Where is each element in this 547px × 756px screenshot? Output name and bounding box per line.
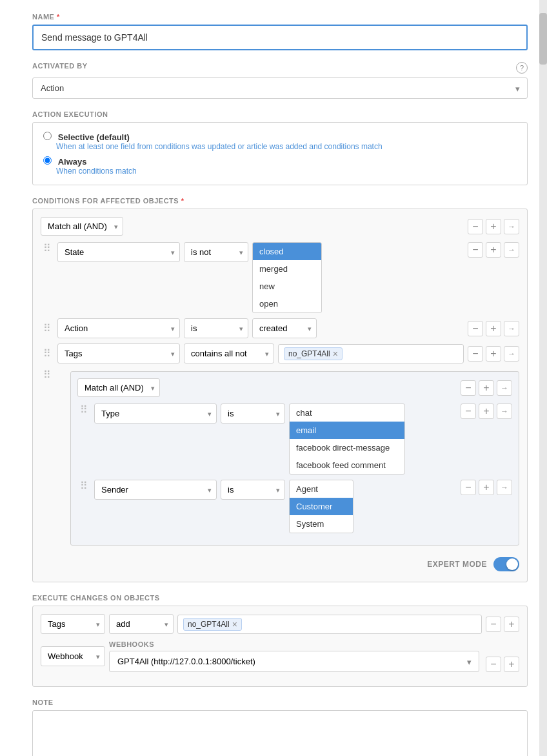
- action-arrow-btn[interactable]: →: [504, 321, 519, 336]
- webhook-minus-btn[interactable]: −: [486, 657, 501, 672]
- state-option-new[interactable]: new: [253, 278, 321, 295]
- exec-tag-label: no_GPT4All: [188, 620, 230, 629]
- webhook-plus-btn[interactable]: +: [504, 657, 519, 672]
- execute-label: EXECUTE CHANGES ON OBJECTS: [32, 594, 528, 602]
- action-minus-btn[interactable]: −: [468, 321, 483, 336]
- state-plus-btn[interactable]: +: [486, 242, 501, 258]
- match-all-arrow-btn[interactable]: →: [504, 219, 519, 234]
- help-icon[interactable]: ?: [516, 62, 528, 74]
- page-wrapper: NAME * ACTIVATED BY ? Action Time ACTION…: [0, 0, 547, 756]
- action-field-select[interactable]: Action: [57, 318, 180, 338]
- exec-action-select[interactable]: add: [109, 614, 174, 634]
- sender-dropdown-list: Agent Customer System: [289, 480, 353, 533]
- webhook-select-wrapper: GPT4All (http://127.0.0.1:8000/ticket): [109, 651, 479, 672]
- always-label[interactable]: Always: [58, 157, 87, 167]
- conditions-label: CONDITIONS FOR AFFECTED OBJECTS *: [32, 197, 528, 205]
- state-field-select[interactable]: State: [57, 242, 180, 262]
- type-arrow-btn[interactable]: →: [497, 404, 512, 419]
- state-arrow-btn[interactable]: →: [504, 242, 519, 258]
- sender-arrow-btn[interactable]: →: [497, 480, 512, 495]
- exec-tags-plus-btn[interactable]: +: [504, 617, 519, 632]
- tag-chip-no-gpt4all: no_GPT4All ×: [284, 347, 343, 360]
- exec-tags-minus-btn[interactable]: −: [486, 617, 501, 632]
- always-radio[interactable]: [43, 156, 52, 165]
- type-option-fb-feed[interactable]: facebook feed comment: [290, 456, 404, 474]
- sub-match-select[interactable]: Match all (AND): [77, 378, 160, 397]
- tags-minus-btn[interactable]: −: [468, 346, 483, 362]
- sub-drag-handle[interactable]: ⠿: [41, 369, 54, 381]
- selective-desc: When at least one field from conditions …: [56, 142, 517, 151]
- note-textarea[interactable]: [32, 710, 528, 756]
- type-plus-btn[interactable]: +: [479, 404, 494, 419]
- tags-arrow-btn[interactable]: →: [504, 346, 519, 362]
- type-option-email[interactable]: email: [290, 422, 404, 439]
- exec-tag-chip: no_GPT4All ×: [183, 618, 242, 631]
- match-all-plus-btn[interactable]: +: [486, 219, 501, 234]
- match-all-select[interactable]: Match all (AND) Match any (OR): [41, 217, 123, 236]
- state-drag-handle[interactable]: ⠿: [41, 242, 54, 254]
- sub-match-arrow-btn[interactable]: →: [497, 380, 512, 396]
- webhook-buttons: − +: [486, 657, 519, 672]
- tags-field-select[interactable]: Tags: [57, 343, 180, 363]
- sender-field-select[interactable]: Sender: [94, 480, 217, 500]
- type-option-chat[interactable]: chat: [290, 404, 404, 422]
- state-op-wrapper: is not is: [184, 242, 248, 262]
- sender-operator-select[interactable]: is: [221, 480, 285, 500]
- selective-radio[interactable]: [43, 132, 52, 140]
- action-plus-btn[interactable]: +: [486, 321, 501, 336]
- webhook-row-header: Webhook WEBHOOKS GPT4All (http://127.0.0…: [41, 640, 519, 672]
- sub-match-minus-btn[interactable]: −: [461, 380, 476, 396]
- action-execution-box: Selective (default) When at least one fi…: [32, 122, 528, 185]
- sub-match-row: ⠿ Match all (AND) − +: [41, 369, 519, 546]
- exec-type-select[interactable]: Tags: [41, 614, 105, 634]
- action-condition-row: ⠿ Action is created: [41, 318, 519, 338]
- match-all-minus-btn[interactable]: −: [468, 219, 483, 234]
- tag-chip-label: no_GPT4All: [288, 349, 330, 358]
- sender-option-customer[interactable]: Customer: [290, 498, 353, 515]
- sender-option-agent[interactable]: Agent: [290, 480, 353, 498]
- tags-field-wrapper: Tags: [57, 343, 180, 363]
- tags-condition-row: ⠿ Tags contains all not no_GPT4All ×: [41, 343, 519, 363]
- action-drag-handle[interactable]: ⠿: [41, 322, 54, 334]
- state-option-open[interactable]: open: [253, 295, 321, 312]
- webhooks-label: WEBHOOKS: [109, 640, 479, 648]
- selective-label[interactable]: Selective (default): [58, 132, 130, 142]
- sender-plus-btn[interactable]: +: [479, 480, 494, 495]
- activated-by-select[interactable]: Action Time: [32, 77, 528, 99]
- webhook-type-select[interactable]: Webhook: [41, 646, 105, 666]
- name-input[interactable]: [32, 25, 528, 50]
- exec-tags-input[interactable]: no_GPT4All ×: [177, 615, 482, 634]
- sender-option-system[interactable]: System: [290, 515, 353, 533]
- match-all-select-wrapper: Match all (AND) Match any (OR): [41, 217, 123, 236]
- action-operator-select[interactable]: is: [184, 318, 248, 338]
- tags-drag-handle[interactable]: ⠿: [41, 347, 54, 360]
- sender-minus-btn[interactable]: −: [461, 480, 476, 495]
- state-minus-btn[interactable]: −: [468, 242, 483, 258]
- type-option-fb-dm[interactable]: facebook direct-message: [290, 439, 404, 456]
- type-drag-handle[interactable]: ⠿: [77, 404, 90, 416]
- type-minus-btn[interactable]: −: [461, 404, 476, 419]
- sub-match-plus-btn[interactable]: +: [479, 380, 494, 396]
- webhook-select[interactable]: GPT4All (http://127.0.0.1:8000/ticket): [109, 651, 479, 672]
- activated-by-section: ACTIVATED BY ? Action Time: [32, 62, 528, 99]
- exec-tag-remove[interactable]: ×: [232, 620, 237, 629]
- tags-plus-btn[interactable]: +: [486, 346, 501, 362]
- state-option-closed[interactable]: closed: [253, 243, 321, 260]
- sender-condition-row: ⠿ Sender is: [77, 480, 512, 533]
- tags-input-area[interactable]: no_GPT4All ×: [278, 344, 464, 363]
- tags-operator-select[interactable]: contains all not: [184, 343, 274, 363]
- type-operator-select[interactable]: is: [221, 404, 285, 424]
- action-value-select[interactable]: created: [252, 318, 317, 338]
- always-desc: When conditions match: [56, 167, 517, 176]
- action-field-wrapper: Action: [57, 318, 180, 338]
- name-label: NAME *: [32, 13, 528, 21]
- scrollbar[interactable]: [539, 0, 547, 756]
- type-op-wrapper: is: [221, 404, 285, 424]
- webhook-type-wrapper: Webhook: [41, 646, 105, 666]
- state-option-merged[interactable]: merged: [253, 260, 321, 278]
- tag-chip-remove[interactable]: ×: [333, 349, 338, 358]
- type-field-select[interactable]: Type: [94, 404, 217, 424]
- sender-drag-handle[interactable]: ⠿: [77, 480, 90, 492]
- state-operator-select[interactable]: is not is: [184, 242, 248, 262]
- expert-mode-toggle[interactable]: [493, 557, 519, 571]
